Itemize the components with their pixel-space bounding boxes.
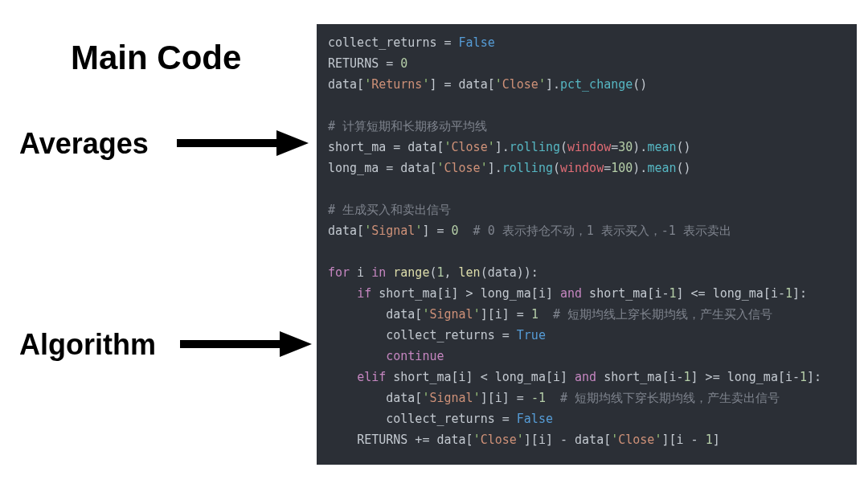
arrow-icon (177, 328, 313, 363)
code-text: collect_returns = False RETURNS = 0 data… (328, 35, 821, 447)
svg-marker-3 (280, 331, 312, 357)
title-main-code: Main Code (71, 39, 241, 77)
arrow-icon (174, 127, 310, 162)
svg-marker-1 (276, 130, 309, 156)
label-averages: Averages (19, 127, 149, 161)
code-editor: collect_returns = False RETURNS = 0 data… (317, 24, 857, 465)
label-algorithm: Algorithm (19, 328, 156, 362)
